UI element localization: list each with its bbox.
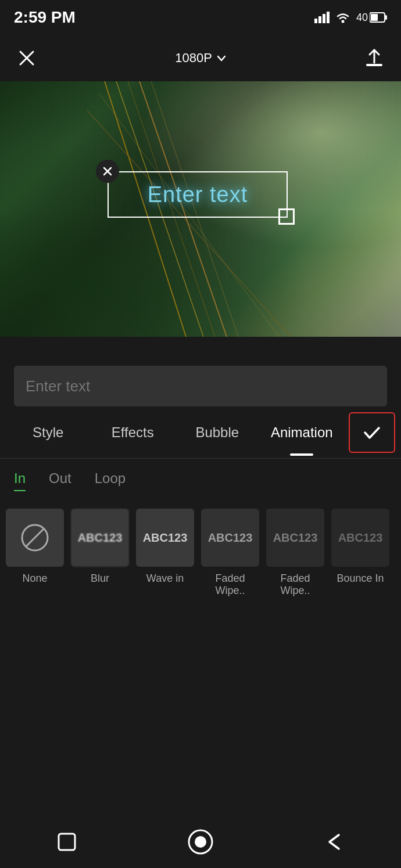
text-overlay-content: Enter text (148, 182, 248, 207)
checkmark-icon (361, 422, 382, 443)
svg-rect-7 (371, 14, 378, 21)
home-circle-icon (187, 828, 214, 856)
battery-icon: 40 (356, 12, 387, 24)
text-input-area (0, 366, 401, 406)
bottom-nav (0, 816, 401, 868)
animation-thumb-none (6, 509, 64, 567)
animation-items-list: None ABC123 Blur ABC123 Wave in ABC123 F… (0, 497, 401, 608)
close-button[interactable] (14, 45, 40, 71)
svg-point-4 (341, 20, 344, 23)
resolution-button[interactable]: 1080P (175, 51, 226, 66)
spacer (0, 337, 401, 366)
animation-item-blur[interactable]: ABC123 Blur (71, 509, 129, 597)
text-resize-handle[interactable] (278, 208, 295, 225)
animation-item-faded-wipe-1[interactable]: ABC123 Faded Wipe.. (201, 509, 259, 597)
square-icon (55, 830, 78, 853)
tab-effects[interactable]: Effects (91, 406, 176, 458)
svg-rect-10 (366, 64, 382, 66)
subtab-loop[interactable]: Loop (95, 470, 126, 491)
animation-thumb-faded-wipe-1: ABC123 (201, 509, 259, 567)
animation-thumb-blur: ABC123 (71, 509, 129, 567)
wifi-icon (335, 12, 350, 23)
confirm-button[interactable] (349, 412, 395, 453)
text-input-field[interactable] (14, 366, 387, 406)
animation-item-bounce-in[interactable]: ABC123 Bounce In (331, 509, 389, 597)
upload-button[interactable] (361, 45, 387, 71)
nav-home-button[interactable] (183, 824, 218, 859)
tab-bubble[interactable]: Bubble (175, 406, 260, 458)
video-preview: Enter text (0, 81, 401, 337)
upload-icon (364, 48, 385, 69)
tab-animation[interactable]: Animation (260, 406, 345, 458)
svg-rect-6 (385, 15, 387, 20)
svg-line-21 (26, 529, 44, 546)
tab-bar: Style Effects Bubble Animation (0, 406, 401, 459)
nav-back-button[interactable] (317, 824, 352, 859)
text-overlay-box[interactable]: Enter text (108, 171, 288, 218)
top-bar: 1080P (0, 35, 401, 81)
animation-thumb-faded-wipe-2: ABC123 (266, 509, 324, 567)
animation-item-wave-in[interactable]: ABC123 Wave in (136, 509, 194, 597)
status-time: 2:59 PM (14, 8, 76, 27)
subtab-in[interactable]: In (14, 470, 26, 491)
svg-rect-2 (323, 14, 325, 23)
animation-item-faded-wipe-2[interactable]: ABC123 Faded Wipe.. (266, 509, 324, 597)
animation-subtabs: In Out Loop (0, 459, 401, 497)
chevron-down-icon (217, 53, 226, 63)
status-bar: 2:59 PM 40 (0, 0, 401, 35)
svg-rect-0 (314, 19, 317, 23)
status-icons: 40 (314, 12, 387, 24)
nav-recents-button[interactable] (49, 824, 84, 859)
no-entry-icon (20, 523, 49, 552)
animation-item-none[interactable]: None (6, 509, 64, 597)
tab-style[interactable]: Style (6, 406, 91, 458)
animation-thumb-bounce-in: ABC123 (331, 509, 389, 567)
svg-rect-3 (327, 12, 330, 23)
back-icon (323, 830, 346, 853)
signal-icon (314, 12, 330, 23)
text-delete-button[interactable] (96, 160, 119, 183)
x-icon (102, 166, 113, 177)
svg-rect-22 (59, 834, 75, 850)
subtab-out[interactable]: Out (49, 470, 71, 491)
animation-thumb-wave-in: ABC123 (136, 509, 194, 567)
svg-point-24 (195, 836, 206, 848)
svg-rect-1 (318, 16, 321, 23)
